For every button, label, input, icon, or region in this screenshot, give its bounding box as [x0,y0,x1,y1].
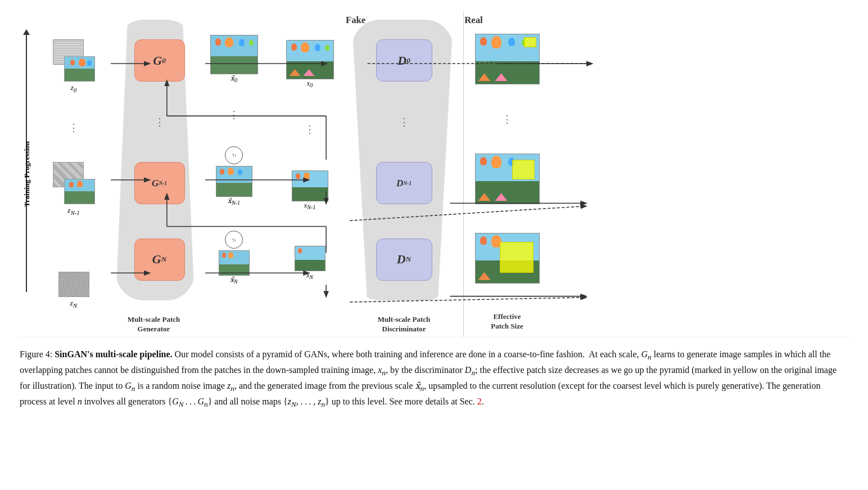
yellow-patch-small [524,37,536,47]
generator-label: Mult-scale PatchGenerator [110,315,197,334]
xN-tilde-container: ↑r x̃N [219,231,250,285]
x0-tilde-image [210,35,258,74]
figure-caption: Figure 4: SinGAN's multi-scale pipeline.… [17,348,851,410]
xN1-container: xN-1 [292,170,328,210]
xN1-tilde-image [216,166,252,197]
upsample-circle-2: ↑r [225,231,243,249]
real-dots: ⋮ [305,123,315,136]
yellow-patch-large [500,242,534,273]
x0-real-image [286,40,334,79]
generator-column: G0 ⋮ GN-1 GN Mult-scale PatchGenerator [110,11,197,337]
training-progression: Training Progression [17,11,37,337]
patch-dots: ⋮ [502,113,512,125]
diagram-content: Fake Real [37,11,851,337]
xN-tilde-image [219,250,250,276]
xN-container: xN [295,246,326,280]
x0-tilde-container: x̃0 [210,35,258,83]
xN-real-label: xN [306,271,313,280]
z0-label: z0 [71,83,76,93]
gN-block: GN [134,239,185,281]
effective-patch-label: EffectivePatch Size [464,312,550,331]
g-dots: ⋮ [155,116,165,128]
zN-noise [58,272,89,297]
figure-number: Figure 4: [20,349,52,359]
x0-real-label: x0 [307,79,313,88]
patch-top-container [475,34,540,84]
gN1-block: GN-1 [134,162,185,204]
patch-mid-image [475,154,540,204]
z0-hotair [64,56,95,82]
dN1-block: DN-1 [376,162,432,204]
zN1-item: zN-1 [37,162,110,216]
xN1-tilde-label: x̃N-1 [228,197,240,206]
fake-dots: ⋮ [229,109,239,121]
dN-block: DN [376,239,432,281]
xN1-real-label: xN-1 [304,201,315,210]
d-dots: ⋮ [399,116,409,128]
zN1-hotair [64,179,95,204]
patch-top-image [475,34,540,84]
patch-bot-image [475,233,540,284]
patch-bot-container [475,233,540,284]
xN-tilde-label: x̃N [230,276,237,285]
fake-images-column: x̃0 ⋮ ↑r x̃N-1 ↑r [197,11,270,337]
xN1-tilde-container: ↑r x̃N-1 [216,146,252,206]
discriminator-column: D0 ⋮ DN-1 DN Mult-scale PatchDiscriminat… [349,11,459,337]
z-inputs-column: z0 ⋮ zN-1 [37,11,110,337]
section-link[interactable]: 2 [477,397,482,406]
figure-container: Training Progression Fake Real [17,11,851,410]
real-images-column: x0 ⋮ xN-1 xN [270,11,349,337]
x0-tilde-label: x̃0 [230,74,237,83]
xN-real-image [295,246,326,271]
xN1-real-image [292,170,328,201]
g-blocks-container: G0 ⋮ GN-1 GN [130,23,189,298]
zN-label: zN [70,299,77,309]
diagram-area: Training Progression Fake Real [17,11,851,338]
progression-label: Training Progression [22,141,31,207]
patch-mid-container [475,154,540,204]
d-blocks-container: D0 ⋮ DN-1 DN [363,23,445,298]
discriminator-label: Mult-scale PatchDiscriminator [349,315,459,334]
yellow-patch-medium [512,160,535,179]
zN1-label: zN-1 [67,206,79,216]
z0-item: z0 [37,39,110,93]
zN-item: zN [37,272,110,309]
g0-block: G0 [134,39,185,82]
effective-patch-column: ⋮ [463,11,550,337]
caption-bold: SinGAN's multi-scale pipeline. [55,349,172,359]
upsample-circle-1: ↑r [225,146,243,164]
dots-1: ⋮ [37,122,110,134]
d0-block: D0 [376,39,432,82]
x0-container: x0 [286,40,334,88]
